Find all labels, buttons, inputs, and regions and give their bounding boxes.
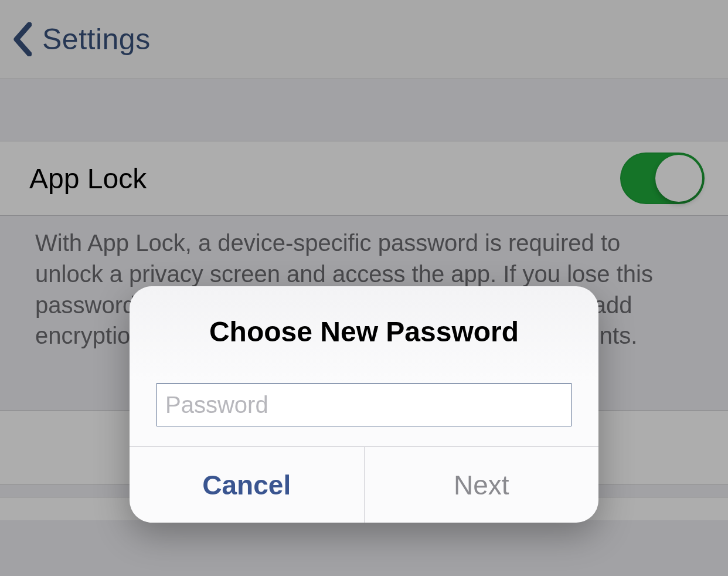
- next-button[interactable]: Next: [364, 447, 599, 523]
- cancel-button[interactable]: Cancel: [130, 447, 364, 523]
- password-modal: Choose New Password Cancel Next: [130, 286, 598, 523]
- password-input[interactable]: [157, 383, 571, 426]
- modal-body: Choose New Password: [130, 286, 598, 446]
- modal-title: Choose New Password: [155, 316, 573, 348]
- modal-buttons: Cancel Next: [130, 446, 598, 523]
